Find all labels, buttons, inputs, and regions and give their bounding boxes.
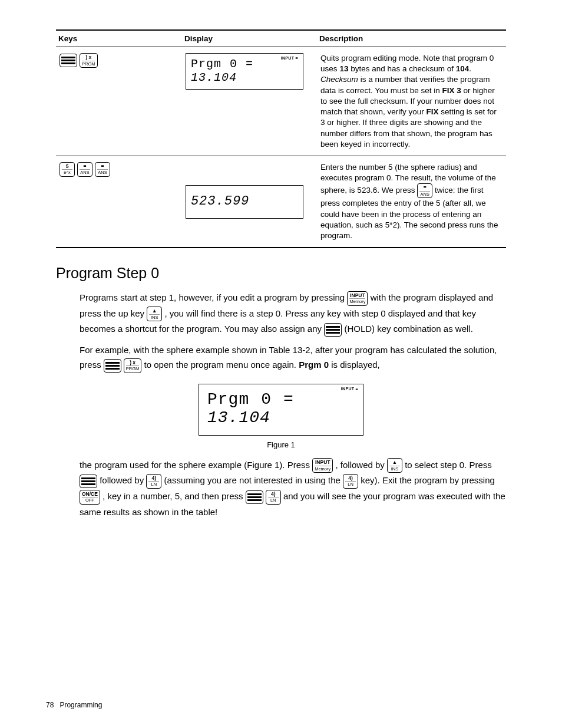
description-text: Enters the number 5 (the sphere radius) … bbox=[320, 162, 503, 241]
ln-key-icon: 4)LN bbox=[343, 474, 358, 489]
lcd-text: Prgm bbox=[191, 57, 222, 71]
paragraph: Programs start at step 1, however, if yo… bbox=[80, 290, 506, 337]
up-key-icon: ▲INS bbox=[387, 458, 402, 473]
once-key-icon: ON/CEOFF bbox=[80, 490, 100, 505]
lcd-text: 0 bbox=[230, 57, 237, 71]
key-sequence-shift-prgm: ) xPRGM bbox=[59, 53, 98, 68]
description-text: Quits program editing mode. Note that pr… bbox=[320, 53, 503, 150]
lcd-annunciator: INPUT = bbox=[341, 387, 358, 391]
table-row: 5e^x =ANS =ANS 523.599 Enters the number… bbox=[56, 156, 506, 248]
ans-key-icon: =ANS bbox=[417, 183, 432, 198]
lcd-text: 13.104 bbox=[191, 71, 298, 84]
ln-key-icon: 4)LN bbox=[146, 474, 161, 489]
input-key-icon: INPUTMemory bbox=[347, 291, 368, 306]
lcd-text: = bbox=[283, 390, 294, 409]
shift-key-icon bbox=[59, 54, 77, 67]
table-row: ) xPRGM INPUT = Prgm 0 = 13.104 Quits pr… bbox=[56, 47, 506, 156]
page-number: 78 bbox=[46, 701, 54, 709]
prgm-key-icon: ) xPRGM bbox=[80, 53, 98, 68]
shift-key-icon bbox=[80, 475, 97, 488]
lcd-display-figure: INPUT = Prgm 0 = 13.104 bbox=[199, 384, 363, 436]
lcd-text: Prgm bbox=[207, 390, 249, 409]
lcd-annunciator: INPUT = bbox=[281, 56, 298, 60]
lcd-display: INPUT = Prgm 0 = 13.104 bbox=[186, 53, 303, 90]
shift-key-icon bbox=[104, 359, 121, 373]
col-keys: Keys bbox=[56, 30, 182, 47]
lcd-display: 523.599 bbox=[186, 185, 303, 219]
paragraph: the program used for the sphere example … bbox=[80, 457, 506, 519]
prgm-key-icon: ) xPRGM bbox=[124, 358, 142, 373]
ans-key-icon: =ANS bbox=[77, 162, 92, 177]
lcd-text: 13.104 bbox=[207, 409, 355, 427]
shift-key-icon bbox=[246, 490, 263, 504]
lcd-text: 0 bbox=[261, 390, 272, 409]
input-key-icon: INPUTMemory bbox=[312, 458, 333, 473]
key-sequence-5-ans-ans: 5e^x =ANS =ANS bbox=[59, 162, 110, 177]
lcd-text: = bbox=[246, 57, 253, 71]
page-footer: 78 Programming bbox=[46, 701, 102, 709]
figure-caption: Figure 1 bbox=[56, 440, 506, 449]
col-display: Display bbox=[182, 30, 317, 47]
instruction-table: Keys Display Description ) xPRGM INPUT =… bbox=[56, 29, 506, 248]
shift-key-icon bbox=[324, 323, 342, 337]
ans-key-icon: =ANS bbox=[95, 162, 110, 177]
lcd-text: 523.599 bbox=[191, 189, 298, 213]
section-heading: Program Step 0 bbox=[56, 265, 506, 282]
five-key-icon: 5e^x bbox=[59, 162, 75, 177]
footer-section: Programming bbox=[59, 701, 102, 709]
up-key-icon: ▲INS bbox=[147, 307, 162, 321]
paragraph: For example, with the sphere example sho… bbox=[80, 342, 506, 373]
col-description: Description bbox=[317, 30, 506, 47]
ln-key-icon: 4)LN bbox=[266, 490, 281, 505]
